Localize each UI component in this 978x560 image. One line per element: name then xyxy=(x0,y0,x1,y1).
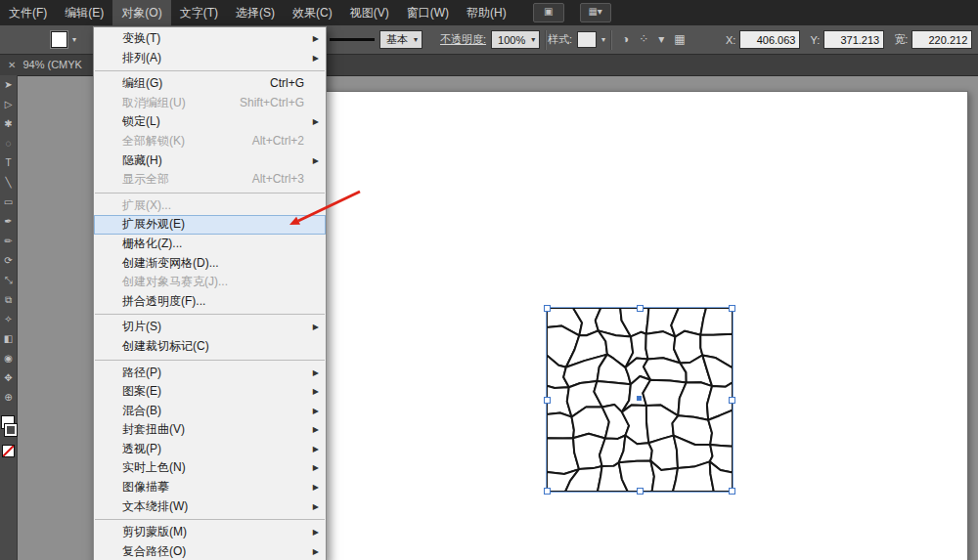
opacity-select[interactable]: 100% ▾ xyxy=(491,30,540,49)
selected-object[interactable] xyxy=(546,307,734,493)
selection-handle[interactable] xyxy=(729,488,735,495)
align-icon[interactable]: ⁘ xyxy=(639,25,648,54)
none-color-icon[interactable] xyxy=(2,445,15,457)
menu-item-变换(T)[interactable]: 变换(T)▶ xyxy=(94,29,326,49)
selection-handle[interactable] xyxy=(544,397,551,404)
align-caret-icon[interactable]: ▾ xyxy=(658,25,664,54)
close-tab-icon[interactable]: ✕ xyxy=(8,60,16,70)
menu-item-封套扭曲(V)[interactable]: 封套扭曲(V)▶ xyxy=(94,420,326,440)
blend-tool[interactable]: ◉ xyxy=(0,349,17,368)
menubar-item-文件(F)[interactable]: 文件(F) xyxy=(0,0,56,25)
menu-item-label: 创建渐变网格(D)... xyxy=(122,254,219,274)
selection-handle[interactable] xyxy=(544,488,551,495)
style-caret-icon[interactable]: ▾ xyxy=(601,36,605,44)
menu-item-复合路径(O)[interactable]: 复合路径(O)▶ xyxy=(94,542,326,560)
menu-item-透视(P)[interactable]: 透视(P)▶ xyxy=(94,440,326,459)
menu-item-栅格化(Z)...[interactable]: 栅格化(Z)... xyxy=(94,235,326,254)
menu-item-扩展外观(E)[interactable]: 扩展外观(E) xyxy=(94,215,326,235)
tools-panel: ➤▷✱◌T╲▭✒✏⟳⤡⧉✧◧◉✥⊕ xyxy=(0,75,18,560)
selection-handle[interactable] xyxy=(637,488,644,495)
selection-handle[interactable] xyxy=(729,397,735,404)
menu-item-路径(P)[interactable]: 路径(P)▶ xyxy=(94,364,326,383)
menubar-item-效果(C)[interactable]: 效果(C) xyxy=(284,0,341,25)
fill-swatch-caret-icon[interactable]: ▾ xyxy=(72,36,76,44)
menu-item-排列(A)[interactable]: 排列(A)▶ xyxy=(94,49,326,68)
menubar-item-编辑(E)[interactable]: 编辑(E) xyxy=(56,0,112,25)
style-swatch[interactable] xyxy=(577,31,597,48)
menu-item-label: 变换(T) xyxy=(122,29,160,49)
gradient-tool[interactable]: ◧ xyxy=(0,329,17,349)
selection-tool[interactable]: ➤ xyxy=(0,75,17,95)
menu-item-显示全部: 显示全部Alt+Ctrl+3 xyxy=(94,170,326,190)
recolor-artwork-icon[interactable]: ◑ xyxy=(622,25,629,54)
workspace-switcher-icon[interactable]: ▦▾ xyxy=(580,3,611,22)
submenu-arrow-icon: ▶ xyxy=(313,151,319,171)
menu-item-label: 封套扭曲(V) xyxy=(122,420,185,440)
free-transform-tool[interactable]: ⧉ xyxy=(0,290,17,310)
menu-item-图案(E)[interactable]: 图案(E)▶ xyxy=(94,382,326,402)
menu-item-拼合透明度(F)...[interactable]: 拼合透明度(F)... xyxy=(94,292,326,312)
menu-item-文本绕排(W)[interactable]: 文本绕排(W)▶ xyxy=(94,497,326,517)
menu-item-混合(B)[interactable]: 混合(B)▶ xyxy=(94,402,326,421)
pencil-tool[interactable]: ✏ xyxy=(0,232,17,251)
menubar-item-窗口(W)[interactable]: 窗口(W) xyxy=(398,0,458,25)
stroke-color-indicator[interactable] xyxy=(4,423,18,437)
menu-item-创建对象马赛克(J)...: 创建对象马赛克(J)... xyxy=(94,273,326,292)
selection-handle[interactable] xyxy=(729,305,735,312)
menubar-item-视图(V)[interactable]: 视图(V) xyxy=(341,0,398,25)
stroke-profile-preview[interactable] xyxy=(330,38,375,41)
selection-handle[interactable] xyxy=(637,305,644,312)
fill-color-swatch[interactable] xyxy=(51,31,67,48)
menu-item-切片(S)[interactable]: 切片(S)▶ xyxy=(94,318,326,337)
hand-tool[interactable]: ✥ xyxy=(0,368,17,388)
scale-tool[interactable]: ⤡ xyxy=(0,271,17,290)
transform-fields-group: X: 406.063 Y: 371.213 宽: 220.212 xyxy=(726,25,972,54)
menu-item-实时上色(N)[interactable]: 实时上色(N)▶ xyxy=(94,458,326,478)
menu-item-创建渐变网格(D)...[interactable]: 创建渐变网格(D)... xyxy=(94,254,326,274)
menubar-item-文字(T)[interactable]: 文字(T) xyxy=(171,0,227,25)
transform-panel-icon[interactable]: ▦ xyxy=(674,25,685,54)
magic-wand-tool[interactable]: ✱ xyxy=(0,114,17,134)
rotate-tool[interactable]: ⟳ xyxy=(0,251,17,271)
menu-separator xyxy=(95,193,325,194)
selection-handle[interactable] xyxy=(544,305,551,312)
rectangle-tool[interactable]: ▭ xyxy=(0,193,17,212)
menu-item-shortcut: Ctrl+G xyxy=(270,74,304,94)
y-field[interactable]: 371.213 xyxy=(823,30,884,49)
separator xyxy=(610,30,612,50)
fill-color-group: ▾ xyxy=(51,25,76,54)
menu-item-锁定(L)[interactable]: 锁定(L)▶ xyxy=(94,112,326,132)
document-tab-title[interactable]: 94% (CMYK xyxy=(22,59,82,70)
menubar-right: ▣▦▾ xyxy=(533,3,611,22)
menu-item-label: 文本绕排(W) xyxy=(122,497,188,517)
width-field[interactable]: 220.212 xyxy=(911,30,972,49)
menu-item-图像描摹[interactable]: 图像描摹▶ xyxy=(94,478,326,497)
brush-definition-select[interactable]: 基本 ▾ xyxy=(379,30,422,49)
direct-selection-tool[interactable]: ▷ xyxy=(0,95,17,114)
menubar-item-帮助(H)[interactable]: 帮助(H) xyxy=(458,0,515,25)
menu-item-创建裁切标记(C)[interactable]: 创建裁切标记(C) xyxy=(94,337,326,357)
type-tool[interactable]: T xyxy=(0,153,17,173)
menubar-item-对象(O)[interactable]: 对象(O) xyxy=(112,0,170,25)
menu-item-隐藏(H)[interactable]: 隐藏(H)▶ xyxy=(94,151,326,171)
menubar-item-选择(S)[interactable]: 选择(S) xyxy=(227,0,284,25)
submenu-arrow-icon: ▶ xyxy=(313,382,319,402)
line-segment-tool[interactable]: ╲ xyxy=(0,173,17,193)
menu-item-label: 图像描摹 xyxy=(122,478,169,497)
paintbrush-tool[interactable]: ✒ xyxy=(0,212,17,232)
submenu-arrow-icon: ▶ xyxy=(313,364,319,383)
menu-item-label: 拼合透明度(F)... xyxy=(122,292,205,312)
x-field[interactable]: 406.063 xyxy=(739,30,800,49)
menu-item-编组(G)[interactable]: 编组(G)Ctrl+G xyxy=(94,74,326,94)
zoom-tool[interactable]: ⊕ xyxy=(0,388,17,408)
menu-item-取消编组(U): 取消编组(U)Shift+Ctrl+G xyxy=(94,94,326,113)
opacity-link[interactable]: 不透明度: xyxy=(440,32,486,47)
menu-item-label: 创建对象马赛克(J)... xyxy=(122,273,228,292)
center-anchor-point[interactable] xyxy=(637,396,642,401)
eyedropper-tool[interactable]: ✧ xyxy=(0,310,17,329)
submenu-arrow-icon: ▶ xyxy=(313,440,319,459)
bridge-icon[interactable]: ▣ xyxy=(533,3,564,22)
lasso-tool[interactable]: ◌ xyxy=(0,134,17,153)
menu-item-剪切蒙版(M)[interactable]: 剪切蒙版(M)▶ xyxy=(94,523,326,542)
menu-item-shortcut: Alt+Ctrl+2 xyxy=(252,132,304,151)
